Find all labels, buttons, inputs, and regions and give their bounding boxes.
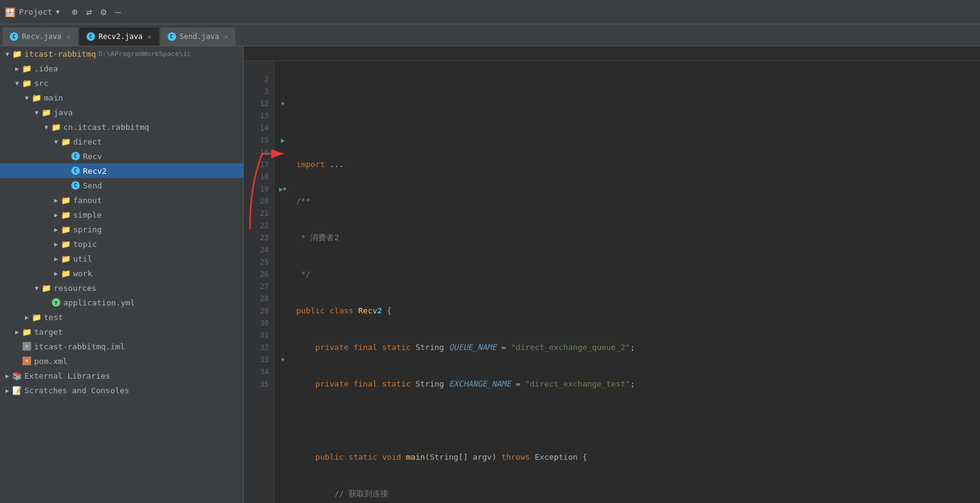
ln-32: 32 (246, 341, 269, 354)
split-icon[interactable]: ⇄ (86, 6, 92, 18)
fanout-label: fanout (73, 196, 102, 205)
sidebar-item-direct[interactable]: ▼ 📁 direct (0, 134, 243, 149)
sidebar-item-package[interactable]: ▼ 📁 cn.itcast.rabbitmq (0, 120, 243, 134)
gutter-31 (274, 329, 291, 341)
simple-folder-icon: 📁 (61, 210, 71, 219)
sidebar-item-topic[interactable]: ▶ 📁 topic (0, 237, 243, 251)
title-bar-left: 🪟 Project ▼ (5, 7, 60, 17)
gutter-15[interactable]: ▶ (274, 134, 291, 146)
tab-recv2[interactable]: C Recv2.java ✕ (79, 27, 159, 46)
tab-bar: C Recv.java ✕ C Recv2.java ✕ C Send.java… (0, 24, 980, 46)
spring-folder-icon: 📁 (61, 224, 71, 234)
sidebar-item-test[interactable]: ▶ 📁 test (0, 310, 243, 324)
code-line-13: * 消费者2 (296, 232, 975, 244)
recv-tab-icon: C (10, 32, 18, 41)
recv-tab-label: Recv.java (22, 32, 62, 41)
ln-34: 34 (246, 366, 269, 378)
sidebar-item-main[interactable]: ▼ 📁 main (0, 90, 243, 105)
sidebar-item-ext-libs[interactable]: ▶ 📚 External Libraries (0, 368, 243, 383)
eq17: = (511, 378, 525, 390)
semi17: ; (630, 378, 635, 390)
sidebar-item-work[interactable]: ▶ 📁 work (0, 266, 243, 280)
ln-12: 12 (246, 98, 269, 110)
gutter-35 (274, 378, 291, 390)
sidebar-item-pomxml[interactable]: ▶ m pom.xml (0, 354, 243, 368)
test-label: test (44, 313, 63, 322)
recv2-java-icon: C (71, 166, 80, 176)
folder-icon: 📁 (12, 49, 22, 59)
fold-19[interactable]: ▼ (283, 186, 286, 192)
util-folder-icon: 📁 (61, 254, 71, 263)
ln-21: 21 (246, 207, 269, 219)
code-line-3: import ... (296, 159, 975, 171)
sidebar-item-project-root[interactable]: ▼ 📁 itcast-rabbitmq D:\AProgramWorkSpace… (0, 46, 243, 61)
idea-folder-icon: 📁 (22, 63, 32, 73)
exchange-name-var: EXCHANGE_NAME (449, 378, 511, 390)
expand-arrow-src: ▼ (12, 80, 22, 87)
sidebar-item-target[interactable]: ▶ 📁 target (0, 324, 243, 339)
ln-14: 14 (246, 122, 269, 134)
spring-label: spring (73, 225, 102, 234)
pkg-folder-icon: 📁 (51, 122, 61, 132)
run-15[interactable]: ▶ (281, 137, 285, 144)
dropdown-arrow[interactable]: ▼ (56, 9, 60, 15)
sidebar-item-recv2[interactable]: ▶ C Recv2 (0, 163, 243, 178)
ln-2: 2 (246, 73, 269, 85)
indent19 (296, 451, 315, 463)
sidebar-item-iml[interactable]: ▶ ≡ itcast-rabbitmq.iml (0, 339, 243, 354)
gutter-20 (274, 195, 291, 207)
sidebar-item-resources[interactable]: ▼ 📁 resources (0, 280, 243, 295)
tab-send[interactable]: C Send.java ✕ (160, 27, 236, 46)
fold-33[interactable]: ▼ (281, 357, 284, 363)
recv2-label: Recv2 (83, 166, 107, 176)
code-line-17: private final static String EXCHANGE_NAM… (296, 378, 975, 390)
expand-arrow-idea: ▶ (12, 65, 22, 72)
recv-tab-close[interactable]: ✕ (66, 33, 71, 41)
pom-label: pom.xml (34, 357, 68, 366)
expand-arrow-resources: ▼ (32, 285, 41, 291)
expand-arrow-target: ▶ (12, 329, 22, 335)
iml-file-icon: ≡ (22, 341, 32, 351)
target-folder-icon: 📁 (22, 327, 32, 337)
sidebar-item-fanout[interactable]: ▶ 📁 fanout (0, 193, 243, 207)
gutter-24 (274, 244, 291, 256)
fold-12[interactable]: ▼ (281, 101, 284, 107)
sidebar-item-scratches[interactable]: ▶ 📝 Scratches and Consoles (0, 383, 243, 398)
expand-arrow-ext: ▶ (2, 373, 12, 379)
main-fn: main (406, 451, 425, 463)
main-label: main (44, 93, 63, 102)
code-content[interactable]: 2 3 12 13 14 15 16 17 18 19 20 21 22 23 … (244, 61, 980, 503)
sidebar-item-simple[interactable]: ▶ 📁 simple (0, 207, 243, 222)
send-tab-close[interactable]: ✕ (224, 33, 229, 41)
recv2-tab-close[interactable]: ✕ (147, 33, 152, 41)
ln-13: 13 (246, 110, 269, 122)
sidebar-item-spring[interactable]: ▶ 📁 spring (0, 222, 243, 237)
project-label: Project (19, 7, 52, 16)
gutter-blank (274, 61, 291, 73)
gutter-16 (274, 146, 291, 159)
fanout-folder-icon: 📁 (61, 195, 71, 205)
settings-icon[interactable]: ⚙ (101, 6, 107, 18)
ln-27: 27 (246, 280, 269, 293)
target-label: target (34, 327, 63, 337)
add-icon[interactable]: ⊕ (72, 6, 78, 18)
sidebar-item-idea[interactable]: ▶ 📁 .idea (0, 61, 243, 76)
sidebar-item-util[interactable]: ▶ 📁 util (0, 251, 243, 266)
sidebar-item-send[interactable]: ▶ C Send (0, 178, 243, 193)
expand-arrow-direct: ▼ (51, 138, 61, 145)
run-19[interactable]: ▶ (279, 185, 283, 193)
sidebar-item-java[interactable]: ▼ 📁 java (0, 105, 243, 120)
code-lines-container[interactable]: import ... /** * 消费者2 */ public class (291, 61, 980, 503)
tab-recv[interactable]: C Recv.java ✕ (2, 27, 78, 46)
sidebar-item-src[interactable]: ▼ 📁 src (0, 76, 243, 90)
minimize-icon[interactable]: — (115, 6, 121, 18)
sidebar-item-recv[interactable]: ▶ C Recv (0, 149, 243, 163)
sidebar-item-appyml[interactable]: ▶ y application.yml (0, 295, 243, 310)
expand-arrow: ▼ (2, 51, 12, 57)
javadoc-consumer: * 消费者2 (296, 232, 339, 244)
src-label: src (34, 79, 48, 88)
expand-arrow-spring: ▶ (51, 226, 61, 233)
public-static-void: public static void (315, 451, 406, 463)
ln-22: 22 (246, 219, 269, 232)
gutter-34 (274, 366, 291, 378)
